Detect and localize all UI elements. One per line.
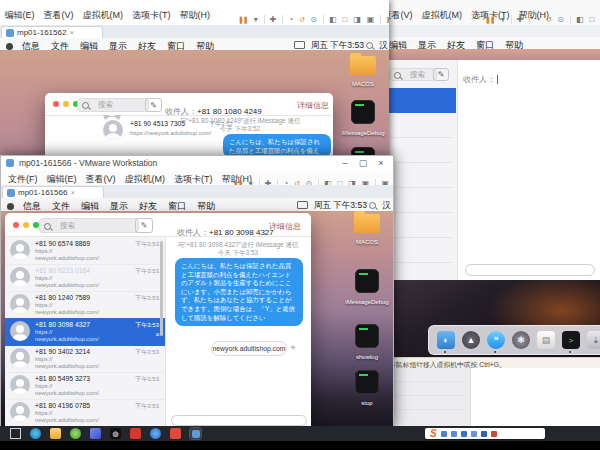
menu-help[interactable]: 帮助(H): [180, 9, 211, 22]
search-input[interactable]: 搜索: [389, 68, 437, 81]
send-key-icon[interactable]: ✚: [517, 15, 524, 24]
avatar: [10, 348, 30, 368]
snapshot-manage-icon[interactable]: ⊙: [310, 15, 317, 24]
vm-tab[interactable]: mp01-161562 ×: [1, 26, 103, 38]
menubar-clock[interactable]: 周五 下午3:53: [314, 200, 367, 210]
pause-vm-button[interactable]: ❚❚: [238, 16, 248, 24]
apple-logo-icon[interactable]: [7, 203, 14, 210]
conversation-item[interactable]: +81 80 4196 0785 下午3:53 https:// newyork…: [5, 399, 165, 427]
unity-icon[interactable]: ▣: [367, 15, 375, 24]
conversation-item[interactable]: +81 90 3402 3214 下午3:53 https:// newyork…: [5, 345, 165, 373]
selected-conversation-empty[interactable]: [385, 88, 456, 113]
display-icon[interactable]: [297, 201, 308, 209]
to-field[interactable]: 收件人：: [463, 68, 500, 86]
taskbar-app-blue2-icon[interactable]: [150, 428, 161, 439]
taskbar-app-blue-icon[interactable]: [90, 428, 101, 439]
dock-terminal-icon[interactable]: >: [562, 331, 580, 349]
taskbar-edge-icon[interactable]: [30, 428, 41, 439]
message-input[interactable]: [171, 415, 307, 426]
fullscreen-icon[interactable]: ◨: [353, 15, 361, 24]
pause-caret-icon[interactable]: ▾: [501, 15, 505, 24]
minimize-traffic-light[interactable]: [23, 222, 29, 228]
compose-button[interactable]: ✎: [433, 68, 449, 81]
vm-tab[interactable]: mp01-161566 ×: [2, 186, 104, 198]
conversation-item[interactable]: +81 80 9223 0164 下午3:53 https:// newyork…: [5, 264, 165, 292]
dock-textedit-icon[interactable]: ▤: [537, 331, 555, 349]
details-button[interactable]: 详细信息: [297, 100, 329, 111]
desktop-icon-imessagedebug[interactable]: iMessageDebug: [344, 269, 390, 305]
menu-view[interactable]: 查看(V): [44, 9, 74, 22]
minimize-button[interactable]: –: [337, 158, 353, 168]
taskbar-app-green-icon[interactable]: [70, 428, 81, 439]
desktop-icon-imessagedebug[interactable]: iMessageDebug: [340, 100, 386, 136]
close-traffic-light[interactable]: [13, 222, 19, 228]
snapshot-take-icon[interactable]: ◔: [535, 15, 540, 24]
dock-launchpad-icon[interactable]: ▲: [462, 331, 480, 349]
taskbar-apple-app-icon[interactable]: ◍: [110, 428, 121, 439]
snapshot-revert-icon[interactable]: ↺: [299, 16, 304, 24]
taskbar-app-red2-icon[interactable]: [170, 428, 181, 439]
console-view-icon[interactable]: □: [589, 15, 594, 24]
desktop-icon-macos[interactable]: MACOS: [340, 56, 386, 87]
close-traffic-light[interactable]: [53, 101, 59, 107]
tab-close-icon[interactable]: ×: [69, 28, 74, 37]
menubar-clock[interactable]: 周五 下午3:53: [311, 40, 364, 50]
compose-button[interactable]: ✎: [135, 218, 153, 233]
taskbar-app-red-icon[interactable]: [130, 428, 141, 439]
taskbar-vmware-icon[interactable]: [190, 428, 201, 439]
message-input[interactable]: [465, 264, 595, 276]
skin-icon[interactable]: [481, 431, 487, 437]
snapshot-revert-icon[interactable]: ↺: [546, 16, 551, 24]
minimize-traffic-light[interactable]: [63, 101, 69, 107]
apple-logo-icon[interactable]: [6, 43, 13, 50]
console-view-icon[interactable]: □: [342, 15, 347, 24]
menu-vm[interactable]: 虚拟机(M): [422, 9, 463, 22]
pause-vm-button[interactable]: ❚❚: [485, 16, 495, 24]
show-library-icon[interactable]: ◧: [329, 15, 337, 24]
input-mode-icon[interactable]: [441, 431, 447, 437]
snapshot-manage-icon[interactable]: ⊙: [557, 15, 564, 24]
sidebar-scrollbar[interactable]: [160, 241, 163, 336]
dock-downloads-icon[interactable]: ⇣: [587, 331, 600, 349]
desktop-icon-showlog[interactable]: showlog: [344, 324, 390, 360]
conversation-item-selected[interactable]: +81 80 3098 4327 下午3:53 https:// newyork…: [5, 318, 165, 346]
display-icon[interactable]: [294, 41, 305, 49]
dock-messages-icon[interactable]: ❝: [487, 331, 505, 349]
clipboard-icon[interactable]: [471, 431, 477, 437]
input-source-icon[interactable]: 汉: [382, 200, 391, 210]
send-key-icon[interactable]: ✚: [270, 15, 277, 24]
toolbox-icon[interactable]: [491, 431, 497, 437]
keyboard-icon[interactable]: [451, 431, 457, 437]
pause-caret-icon[interactable]: ▾: [254, 15, 258, 24]
details-button[interactable]: 详细信息: [269, 221, 301, 232]
tab-close-icon[interactable]: ×: [70, 188, 75, 197]
snapshot-take-icon[interactable]: ◔: [288, 15, 293, 24]
titlebar[interactable]: mp01-161566 - VMware Workstation – ▢ ×: [1, 156, 393, 171]
conversation-item[interactable]: +81 80 5495 3273 下午3:53 https:// newyork…: [5, 372, 165, 400]
desktop-icon-macos[interactable]: MACOS: [344, 214, 390, 245]
maximize-button[interactable]: ▢: [355, 158, 371, 168]
link-preview-bubble[interactable]: newyork.adultishop.com: [211, 341, 287, 356]
compose-button[interactable]: ✎: [145, 98, 162, 112]
menu-vm[interactable]: 虚拟机(M): [83, 9, 124, 22]
conversation-item[interactable]: +81 80 1240 7589 下午3:53 https:// newyork…: [5, 291, 165, 319]
thumbnail-bar-icon[interactable]: ▣: [386, 15, 389, 24]
voice-icon[interactable]: [461, 431, 467, 437]
menu-tabs[interactable]: 选项卡(T): [132, 9, 171, 22]
dock-finder-icon[interactable]: ◐: [437, 331, 455, 349]
task-view-button[interactable]: [10, 428, 21, 439]
dock-system-preferences-icon[interactable]: ✱: [512, 331, 530, 349]
conversation-item[interactable]: +81 90 6574 8869 下午3:53 https:// newyork…: [5, 237, 165, 265]
desktop-icon-stop[interactable]: stop: [344, 370, 390, 406]
show-library-icon[interactable]: ◧: [576, 15, 584, 24]
spotlight-icon[interactable]: [366, 42, 373, 49]
taskbar-file-explorer-icon[interactable]: [50, 428, 61, 439]
input-source-icon[interactable]: 汉: [379, 40, 388, 50]
search-input[interactable]: 搜索: [39, 218, 139, 233]
spotlight-icon[interactable]: [369, 202, 376, 209]
search-input[interactable]: 搜索: [77, 98, 149, 112]
sogou-logo-icon[interactable]: S: [430, 428, 437, 439]
menu-view[interactable]: 查看(V): [385, 9, 413, 22]
close-button[interactable]: ×: [373, 158, 389, 168]
menu-edit[interactable]: 编辑(E): [5, 9, 35, 22]
